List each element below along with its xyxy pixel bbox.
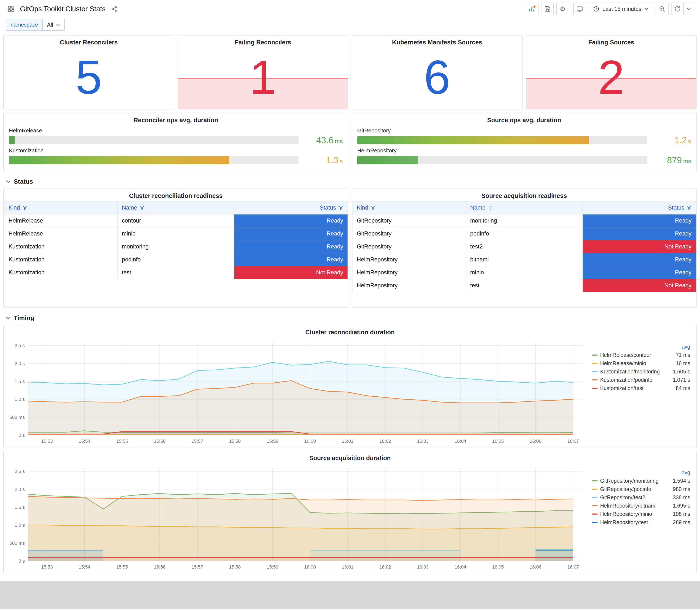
- legend-item: HelmRepository/minio108 ms: [592, 510, 690, 518]
- chart-legend: avgHelmRelease/contour71 msHelmRelease/m…: [586, 338, 693, 445]
- svg-text:16:05: 16:05: [492, 564, 504, 569]
- svg-text:15:53: 15:53: [41, 564, 53, 569]
- gauge-label: Kustomization: [9, 147, 343, 154]
- chart-legend: avgGitRepository/monitoring1.594 sGitRep…: [586, 464, 693, 571]
- series-color-swatch: [592, 354, 598, 356]
- svg-text:2.0 s: 2.0 s: [15, 361, 25, 366]
- legend-avg-value: 1.605 s: [673, 369, 690, 375]
- column-header-status[interactable]: Status: [583, 201, 696, 214]
- chevron-down-icon: [6, 180, 11, 183]
- status-cell: Not Ready: [234, 266, 348, 279]
- legend-avg-header[interactable]: avg: [682, 469, 690, 476]
- legend-item: HelmRelease/contour71 ms: [592, 351, 690, 359]
- panel-reconciler-ops-duration: Reconciler ops avg. duration HelmRelease…: [3, 113, 348, 171]
- svg-text:16:07: 16:07: [567, 438, 579, 444]
- gauge-label: HelmRepository: [357, 147, 691, 154]
- svg-text:16:03: 16:03: [417, 564, 429, 569]
- svg-text:2.5 s: 2.5 s: [15, 343, 25, 348]
- save-dashboard-icon[interactable]: [541, 2, 554, 15]
- svg-text:500 ms: 500 ms: [10, 415, 25, 420]
- refresh-interval-chevron-icon[interactable]: [684, 2, 694, 15]
- table-row: HelmReleaseminioReady: [4, 227, 348, 240]
- legend-item: HelmRelease/minio16 ms: [592, 359, 690, 368]
- stat-value: 6: [352, 45, 522, 109]
- timeseries-plot[interactable]: 0 s500 ms1.0 s1.5 s2.0 s2.5 s15:5315:541…: [5, 464, 586, 571]
- refresh-icon[interactable]: [671, 2, 684, 15]
- settings-gear-icon[interactable]: ⚙: [556, 2, 569, 15]
- table-row: KustomizationmonitoringReady: [4, 240, 348, 253]
- legend-item: HelmRepository/bitnami1.695 s: [592, 502, 690, 510]
- name-cell: monitoring: [466, 214, 583, 227]
- timeseries-plot[interactable]: 0 s500 ms1.0 s1.5 s2.0 s2.5 s15:5315:541…: [5, 338, 586, 445]
- series-color-swatch: [592, 488, 598, 490]
- column-header-name[interactable]: Name: [466, 201, 583, 214]
- column-header-kind[interactable]: Kind: [352, 201, 466, 214]
- legend-header: avg: [592, 468, 690, 477]
- legend-series-name[interactable]: HelmRepository/minio: [592, 511, 652, 517]
- panel-failing-sources: Failing Sources 2: [526, 35, 697, 110]
- table-row: HelmRepositorybitnamiReady: [352, 253, 696, 266]
- namespace-variable-value: All: [47, 21, 53, 28]
- legend-series-name[interactable]: HelmRepository/test: [592, 519, 648, 525]
- series-color-swatch: [592, 380, 598, 381]
- gauge-track: [9, 156, 298, 164]
- zoom-out-icon[interactable]: [656, 2, 669, 15]
- panel-title: Source ops avg. duration: [352, 113, 696, 125]
- section-header-timing[interactable]: Timing: [3, 311, 697, 325]
- svg-text:15:53: 15:53: [41, 438, 53, 444]
- status-cell: Ready: [583, 227, 696, 240]
- section-header-status[interactable]: Status: [3, 175, 697, 189]
- legend-item: GitRepository/test2338 ms: [592, 493, 690, 502]
- add-panel-icon[interactable]: [526, 2, 538, 15]
- legend-item: Kustomization/monitoring1.605 s: [592, 368, 690, 376]
- name-cell: podinfo: [117, 253, 234, 266]
- kind-cell: GitRepository: [352, 214, 466, 227]
- svg-text:15:55: 15:55: [116, 438, 128, 444]
- panel-source-ops-duration: Source ops avg. duration GitRepository 1…: [352, 113, 697, 171]
- series-color-swatch: [592, 480, 598, 481]
- time-range-picker[interactable]: Last 15 minutes: [589, 2, 653, 15]
- legend-avg-value: 338 ms: [673, 494, 690, 500]
- kind-cell: HelmRelease: [4, 227, 117, 240]
- status-cell: Ready: [234, 240, 348, 253]
- svg-text:15:56: 15:56: [154, 564, 165, 569]
- apps-grid-icon[interactable]: [6, 2, 16, 15]
- gauge-bar: [9, 156, 229, 164]
- svg-text:16:06: 16:06: [530, 564, 541, 569]
- legend-series-name[interactable]: GitRepository/test2: [592, 494, 646, 500]
- series-color-swatch: [592, 505, 598, 506]
- legend-series-name[interactable]: HelmRepository/bitnami: [592, 503, 656, 509]
- svg-text:16:06: 16:06: [530, 438, 541, 444]
- column-header-kind[interactable]: Kind: [4, 201, 117, 214]
- svg-text:0 s: 0 s: [18, 433, 25, 438]
- time-range-label: Last 15 minutes: [602, 6, 641, 12]
- legend-series-name[interactable]: GitRepository/monitoring: [592, 478, 658, 484]
- svg-text:15:57: 15:57: [192, 564, 203, 569]
- column-header-name[interactable]: Name: [117, 201, 234, 214]
- legend-series-name[interactable]: Kustomization/podinfo: [592, 377, 652, 383]
- legend-avg-header[interactable]: avg: [682, 344, 690, 350]
- legend-series-name[interactable]: GitRepository/podinfo: [592, 486, 651, 492]
- page-bottom-strip: [0, 581, 700, 609]
- status-cell: Ready: [583, 214, 696, 227]
- legend-series-name[interactable]: HelmRelease/minio: [592, 360, 646, 366]
- legend-item: GitRepository/monitoring1.594 s: [592, 477, 690, 485]
- kind-cell: GitRepository: [352, 227, 466, 240]
- gauge-track: [9, 136, 298, 144]
- share-icon[interactable]: [110, 2, 120, 15]
- legend-series-name[interactable]: HelmRelease/contour: [592, 352, 651, 358]
- name-cell: podinfo: [466, 227, 583, 240]
- name-cell: minio: [466, 266, 583, 279]
- stat-value: 5: [4, 45, 174, 109]
- legend-series-name[interactable]: Kustomization/monitoring: [592, 369, 660, 375]
- svg-text:16:01: 16:01: [342, 564, 353, 569]
- tv-mode-icon[interactable]: [573, 2, 586, 15]
- legend-series-name[interactable]: Kustomization/test: [592, 385, 644, 391]
- column-header-status[interactable]: Status: [234, 201, 348, 214]
- namespace-variable-select[interactable]: All: [43, 19, 65, 31]
- svg-text:16:07: 16:07: [567, 564, 579, 569]
- section-label: Status: [14, 178, 33, 185]
- legend-avg-value: 980 ms: [673, 486, 690, 492]
- panel-title: Source acquisition readiness: [352, 189, 696, 201]
- svg-text:1.5 s: 1.5 s: [15, 504, 25, 510]
